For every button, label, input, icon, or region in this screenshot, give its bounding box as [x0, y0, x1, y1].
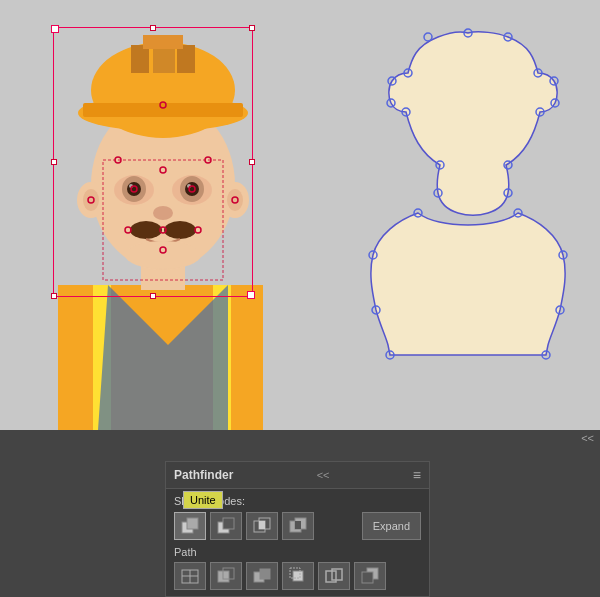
pathfinders-label: Path: [174, 546, 197, 558]
outline-button[interactable]: [318, 562, 350, 590]
svg-rect-14: [153, 45, 175, 73]
panel-dots: <<: [317, 469, 330, 481]
svg-rect-71: [259, 521, 265, 529]
intersect-icon: [252, 516, 272, 536]
exclude-icon: [288, 516, 308, 536]
minus-back-icon: [360, 566, 380, 586]
expand-button[interactable]: Expand: [362, 512, 421, 540]
svg-point-22: [185, 182, 199, 196]
svg-point-25: [153, 206, 173, 220]
svg-point-7: [83, 189, 99, 211]
unite-icon: [180, 516, 200, 536]
crop-button[interactable]: [282, 562, 314, 590]
svg-rect-87: [362, 572, 373, 583]
pathfinder-panel: Pathfinder << ≡ Shape Modes: Unite: [165, 461, 430, 597]
silhouette-svg: [358, 25, 578, 425]
svg-point-28: [125, 241, 201, 269]
unite-button[interactable]: Unite: [174, 512, 206, 540]
panel-collapse-arrows[interactable]: <<: [575, 430, 600, 446]
svg-point-21: [127, 182, 141, 196]
canvas-area: [0, 0, 600, 430]
exclude-button[interactable]: [282, 512, 314, 540]
minus-front-icon: [216, 516, 236, 536]
svg-point-62: [424, 33, 432, 41]
svg-rect-82: [293, 571, 303, 581]
divide-button[interactable]: [174, 562, 206, 590]
outline-icon: [324, 566, 344, 586]
pathfinders-label-row: Path: [174, 546, 421, 558]
svg-point-26: [130, 221, 162, 239]
merge-icon: [252, 566, 272, 586]
trim-button[interactable]: [210, 562, 242, 590]
crop-icon: [288, 566, 308, 586]
svg-rect-81: [260, 569, 270, 579]
left-illustration: [23, 15, 293, 425]
svg-rect-66: [187, 518, 198, 529]
panel-content: Shape Modes: Unite: [166, 489, 429, 596]
svg-rect-16: [143, 35, 183, 49]
svg-point-9: [227, 189, 243, 211]
minus-back-button[interactable]: [354, 562, 386, 590]
merge-button[interactable]: [246, 562, 278, 590]
panel-header: Pathfinder << ≡: [166, 462, 429, 489]
pathfinders-row: [174, 562, 421, 590]
tooltip: Unite: [183, 491, 223, 509]
svg-rect-68: [223, 518, 234, 529]
divide-icon: [180, 566, 200, 586]
worker-svg: [38, 15, 288, 430]
panel-menu-icon[interactable]: ≡: [413, 467, 421, 483]
panel-title: Pathfinder: [174, 468, 233, 482]
shape-modes-row: Unite: [174, 512, 421, 540]
svg-rect-74: [295, 521, 301, 529]
svg-point-27: [164, 221, 196, 239]
svg-rect-13: [131, 45, 149, 73]
intersect-button[interactable]: [246, 512, 278, 540]
svg-rect-12: [83, 103, 243, 117]
trim-icon: [216, 566, 236, 586]
svg-rect-15: [177, 45, 195, 73]
minus-front-button[interactable]: [210, 512, 242, 540]
right-illustration: [338, 15, 578, 425]
